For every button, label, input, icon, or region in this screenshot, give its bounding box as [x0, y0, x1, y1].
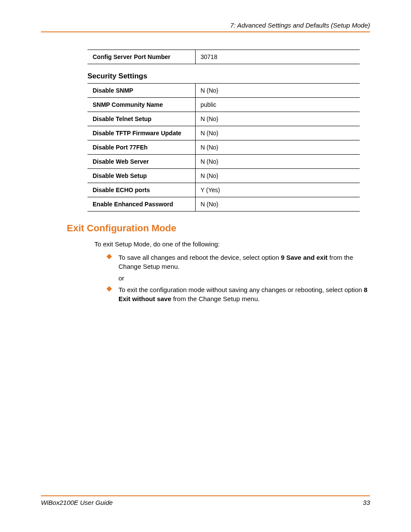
table-row: Disable Port 77FEh N (No) — [87, 140, 360, 155]
setting-label: Disable TFTP Firmware Update — [87, 126, 195, 140]
setting-value: public — [195, 98, 360, 112]
bullet-text-post: from the Change Setup menu. — [171, 295, 260, 302]
bullet-text-bold: 9 Save and exit — [281, 254, 327, 261]
bullet-list: To save all changes and reboot the devic… — [107, 253, 370, 303]
setting-label: SNMP Community Name — [87, 98, 195, 112]
list-item: To save all changes and reboot the devic… — [107, 253, 370, 271]
setting-label: Config Server Port Number — [87, 50, 195, 64]
list-item: To exit the configuration mode without s… — [107, 285, 370, 303]
page-footer: WiBox2100E User Guide 33 — [41, 495, 370, 506]
setting-value: 30718 — [195, 50, 360, 64]
table-row: Disable ECHO ports Y (Yes) — [87, 183, 360, 197]
setting-label: Disable SNMP — [87, 84, 195, 98]
intro-paragraph: To exit Setup Mode, do one of the follow… — [94, 240, 370, 249]
setting-value: N (No) — [195, 169, 360, 183]
list-item-or: or — [107, 274, 370, 283]
setting-label: Enable Enhanced Password — [87, 197, 195, 212]
table-row: SNMP Community Name public — [87, 98, 360, 112]
setting-value: N (No) — [195, 197, 360, 212]
diamond-bullet-icon — [106, 254, 112, 259]
footer-title: WiBox2100E User Guide — [41, 499, 113, 506]
or-text: or — [118, 274, 124, 282]
setting-value: N (No) — [195, 112, 360, 126]
page-header: 7: Advanced Settings and Defaults (Setup… — [41, 22, 370, 32]
table-row: Disable TFTP Firmware Update N (No) — [87, 126, 360, 140]
config-server-table: Config Server Port Number 30718 — [87, 50, 360, 64]
bullet-text-pre: To save all changes and reboot the devic… — [118, 254, 281, 261]
table-row: Disable Web Setup N (No) — [87, 169, 360, 183]
security-settings-table: Disable SNMP N (No) SNMP Community Name … — [87, 83, 360, 212]
setting-label: Disable Web Server — [87, 155, 195, 169]
exit-config-heading: Exit Configuration Mode — [67, 223, 370, 234]
diamond-bullet-icon — [106, 286, 112, 292]
setting-label: Disable ECHO ports — [87, 183, 195, 197]
setting-value: N (No) — [195, 84, 360, 98]
table-row: Enable Enhanced Password N (No) — [87, 197, 360, 212]
table-row: Disable Web Server N (No) — [87, 155, 360, 169]
setting-value: N (No) — [195, 126, 360, 140]
setting-value: N (No) — [195, 140, 360, 155]
table-row: Disable SNMP N (No) — [87, 84, 360, 98]
setting-label: Disable Web Setup — [87, 169, 195, 183]
table-row: Config Server Port Number 30718 — [87, 50, 360, 64]
footer-page-number: 33 — [363, 499, 370, 506]
security-settings-heading: Security Settings — [87, 72, 370, 81]
table-row: Disable Telnet Setup N (No) — [87, 112, 360, 126]
setting-label: Disable Port 77FEh — [87, 140, 195, 155]
setting-value: N (No) — [195, 155, 360, 169]
setting-label: Disable Telnet Setup — [87, 112, 195, 126]
chapter-title: 7: Advanced Settings and Defaults (Setup… — [230, 22, 370, 29]
setting-value: Y (Yes) — [195, 183, 360, 197]
bullet-text-pre: To exit the configuration mode without s… — [118, 286, 364, 293]
